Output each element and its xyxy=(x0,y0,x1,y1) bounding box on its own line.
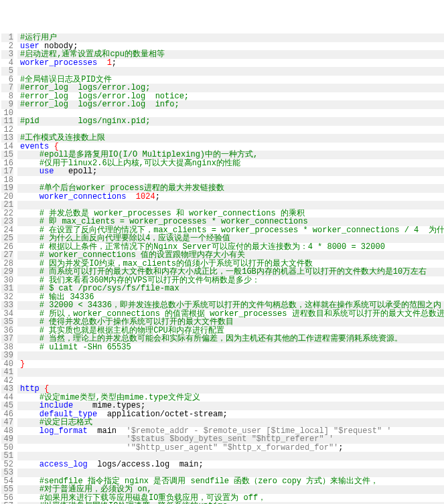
token: #以平衡磁盘与网络IO处理速度，降低系统的uptime. xyxy=(40,501,232,504)
line-number: 5 xyxy=(1,67,13,76)
code-editor[interactable]: 1234567891011121314151617181920212223242… xyxy=(0,33,444,504)
line-number: 23 xyxy=(1,218,13,226)
line-number: 35 xyxy=(1,318,13,327)
token: access_log xyxy=(40,460,88,469)
token: main xyxy=(179,460,199,469)
token: #error_log logs/error.log info; xyxy=(20,100,179,109)
code-line[interactable]: } xyxy=(17,360,444,369)
token: ; xyxy=(92,167,97,176)
line-number: 19 xyxy=(1,184,13,193)
code-line[interactable]: access_log logs/access.log main; xyxy=(17,460,444,469)
line-number: 25 xyxy=(1,234,13,243)
line-number: 49 xyxy=(1,435,13,444)
token: ; xyxy=(198,460,203,469)
token: worker_connections xyxy=(40,192,127,201)
code-area[interactable]: #运行用户user nobody;#启动进程,通常设置成和cpu的数量相等wor… xyxy=(17,33,444,504)
line-number: 11 xyxy=(1,117,13,126)
code-line[interactable] xyxy=(17,351,444,360)
token xyxy=(88,460,97,469)
token xyxy=(169,460,179,469)
code-line[interactable] xyxy=(17,368,444,377)
token: application/octet-stream xyxy=(107,410,223,419)
token xyxy=(126,192,135,201)
line-number: 15 xyxy=(1,151,13,159)
token xyxy=(54,167,68,176)
token xyxy=(97,410,106,419)
line-number-gutter: 1234567891011121314151617181920212223242… xyxy=(0,33,17,504)
line-number: 1 xyxy=(1,33,13,42)
token: use xyxy=(40,167,54,176)
code-line[interactable]: worker_connections 1024; xyxy=(17,193,444,201)
token: 1024 xyxy=(136,192,155,201)
token: #pid logs/nginx.pid; xyxy=(20,116,150,126)
token: ; xyxy=(222,410,227,419)
code-line[interactable]: worker_processes 1; xyxy=(17,59,444,68)
line-number: 33 xyxy=(1,301,13,310)
token xyxy=(20,167,40,176)
token: # ulimit -SHn 65535 xyxy=(40,343,131,352)
code-line[interactable] xyxy=(17,377,444,386)
token xyxy=(20,501,40,504)
line-number: 21 xyxy=(1,201,13,209)
token: ; xyxy=(338,443,343,452)
token xyxy=(97,58,106,68)
code-line[interactable]: #工作模式及连接数上限 xyxy=(17,134,444,143)
token: epoll xyxy=(68,167,92,176)
line-number: 9 xyxy=(1,100,13,109)
line-number: 41 xyxy=(1,368,13,377)
line-number: 29 xyxy=(1,268,13,276)
line-number: 7 xyxy=(1,84,13,92)
line-number: 31 xyxy=(1,284,13,293)
line-number: 55 xyxy=(1,485,13,494)
code-line[interactable]: #运行用户 xyxy=(17,33,444,42)
line-number: 3 xyxy=(1,50,13,59)
line-number: 47 xyxy=(1,418,13,427)
token: logs/access.log xyxy=(97,460,169,469)
token: ; xyxy=(155,192,160,201)
token: '"$http_user_agent" "$http_x_forwarded_f… xyxy=(126,443,338,452)
line-number: 53 xyxy=(1,469,13,477)
line-number: 17 xyxy=(1,167,13,176)
code-line[interactable]: '"$http_user_agent" "$http_x_forwarded_f… xyxy=(17,444,444,452)
line-number: 43 xyxy=(1,385,13,394)
code-line[interactable]: # ulimit -SHn 65535 xyxy=(17,343,444,352)
code-line[interactable]: use epoll; xyxy=(17,167,444,176)
line-number: 27 xyxy=(1,251,13,260)
line-number: 13 xyxy=(1,134,13,143)
code-line[interactable]: #error_log logs/error.log info; xyxy=(17,100,444,109)
token: ; xyxy=(112,58,117,68)
token: 1 xyxy=(107,58,112,68)
token: worker_processes xyxy=(20,58,97,68)
line-number: 37 xyxy=(1,335,13,343)
line-number: 39 xyxy=(1,351,13,360)
code-line[interactable]: #pid logs/nginx.pid; xyxy=(17,117,444,126)
token xyxy=(20,443,126,452)
line-number: 45 xyxy=(1,402,13,410)
line-number: 51 xyxy=(1,452,13,460)
